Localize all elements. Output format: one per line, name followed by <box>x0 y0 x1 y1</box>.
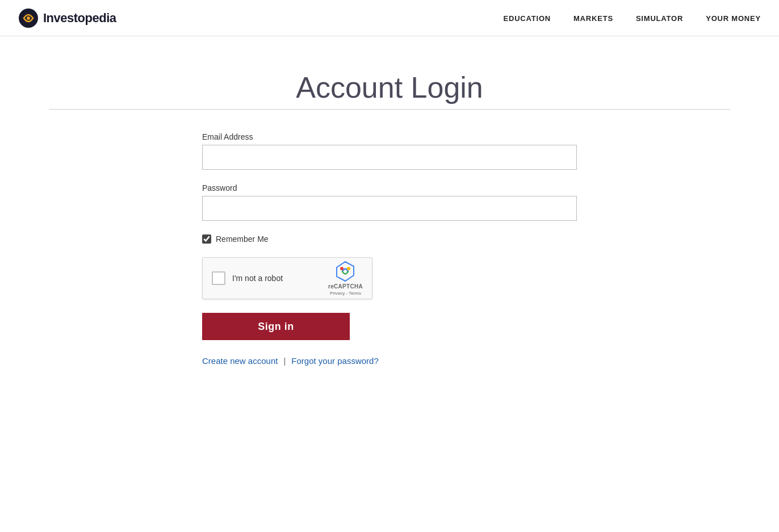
svg-point-3 <box>340 267 344 270</box>
remember-me-group: Remember Me <box>202 234 577 244</box>
forgot-password-link[interactable]: Forgot your password? <box>291 356 378 366</box>
nav-simulator[interactable]: SIMULATOR <box>636 14 683 23</box>
svg-point-2 <box>347 267 350 270</box>
password-group: Password <box>202 183 577 221</box>
password-input[interactable] <box>202 196 577 221</box>
create-account-link[interactable]: Create new account <box>202 356 278 366</box>
nav-your-money[interactable]: YOUR MONEY <box>706 14 761 23</box>
page-title: Account Login <box>296 70 483 104</box>
nav-education[interactable]: EDUCATION <box>503 14 551 23</box>
remember-me-checkbox[interactable] <box>202 234 211 244</box>
remember-me-label: Remember Me <box>216 234 269 244</box>
svg-point-1 <box>27 16 30 20</box>
recaptcha-checkbox[interactable] <box>212 271 225 285</box>
main-content: Account Login Email Address Password Rem… <box>0 36 779 411</box>
login-form: Email Address Password Remember Me I'm n… <box>191 132 588 366</box>
recaptcha-logo-icon <box>334 261 356 282</box>
sign-in-button[interactable]: Sign in <box>202 313 350 340</box>
password-label: Password <box>202 183 577 192</box>
email-group: Email Address <box>202 132 577 170</box>
brand-name: Investopedia <box>43 11 116 26</box>
links-separator: | <box>283 356 286 366</box>
nav-markets[interactable]: MARKETS <box>573 14 613 23</box>
recaptcha-policy-links: Privacy - Terms <box>330 291 361 296</box>
investopedia-logo-icon <box>18 8 39 28</box>
email-label: Email Address <box>202 132 577 141</box>
title-divider <box>49 109 730 110</box>
recaptcha-widget[interactable]: I'm not a robot reCAPTCHA Privacy - Term… <box>202 257 372 299</box>
header: Investopedia EDUCATION MARKETS SIMULATOR… <box>0 0 779 36</box>
logo-area[interactable]: Investopedia <box>18 8 116 28</box>
recaptcha-left: I'm not a robot <box>212 271 283 285</box>
main-nav: EDUCATION MARKETS SIMULATOR YOUR MONEY <box>503 13 761 23</box>
recaptcha-brand-label: reCAPTCHA <box>328 283 363 290</box>
footer-links: Create new account | Forgot your passwor… <box>202 356 577 366</box>
recaptcha-text: I'm not a robot <box>232 274 283 283</box>
recaptcha-right: reCAPTCHA Privacy - Terms <box>328 261 363 296</box>
email-input[interactable] <box>202 145 577 170</box>
